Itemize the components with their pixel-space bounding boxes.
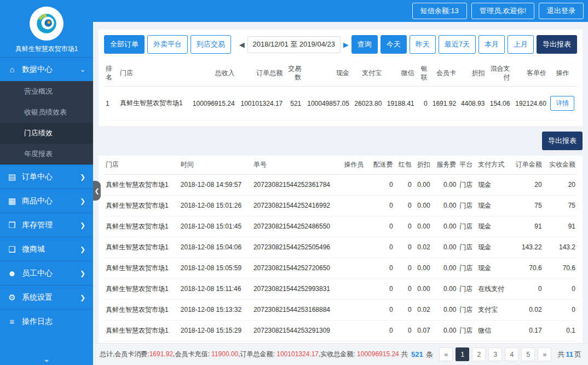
quick-today[interactable]: 今天 [381, 35, 407, 54]
inventory-icon: ❒ [8, 220, 16, 230]
tab-takeout-platform[interactable]: 外卖平台 [147, 35, 188, 54]
detail-cell: 143.2 [544, 237, 577, 258]
quick-last-7-days[interactable]: 最近7天 [439, 35, 476, 54]
summary-col-header: 折扣 [458, 60, 486, 87]
quick-this-month[interactable]: 本月 [479, 35, 505, 54]
detail-cell: 0 [510, 278, 544, 299]
summary-cell: 100101324.17 [237, 87, 285, 121]
detail-cell: 门店 [458, 299, 476, 320]
totals-text: 总计,会员卡消费:1691.92,会员卡充值: 11900.00,订单总金额: … [100, 350, 399, 359]
detail-row: 真鲜生智慧农贸市场12018-12-08 15:01:2620723082154… [104, 195, 577, 216]
detail-cell: 0 [395, 258, 413, 278]
detail-col-header: 配送费 [368, 156, 395, 174]
detail-button[interactable]: 详情 [550, 96, 574, 111]
export-report-button-top[interactable]: 导出报表 [537, 35, 577, 54]
summary-cell: 100096915.24 [188, 87, 237, 121]
detail-row: 真鲜生智慧农贸市场12018-12-08 15:04:0620723082154… [104, 237, 577, 258]
prev-page-button[interactable]: « [439, 347, 453, 361]
sidebar-item-data-center[interactable]: ⌂数据中心⌄ [0, 57, 93, 81]
sidebar-item-order-center[interactable]: ▤订单中心❯ [0, 164, 93, 189]
next-date-arrow-icon[interactable]: ▶ [343, 41, 349, 49]
detail-cell: 207230821544253291309 [252, 320, 343, 341]
export-report-button-bottom[interactable]: 导出报表 [542, 132, 583, 150]
detail-cell: 0.00 [432, 278, 458, 299]
page-button-1[interactable]: 1 [456, 347, 469, 361]
summary-header-row: 排名门店总收入订单总额交易数现金支付宝微信银联会员卡折扣混合支付客单价操作 [104, 60, 577, 87]
chevron-right-icon: ❯ [80, 197, 85, 205]
detail-cell: 现金 [476, 237, 510, 258]
detail-col-header: 平台 [458, 156, 476, 174]
detail-col-header: 时间 [179, 156, 252, 174]
staff-icon: ☻ [8, 269, 16, 278]
sidebar-item-micro-mall[interactable]: ❑微商城❯ [0, 237, 93, 261]
prev-date-arrow-icon[interactable]: ◀ [239, 41, 245, 49]
settings-icon: ⚙ [8, 293, 16, 303]
page-button-2[interactable]: 2 [472, 347, 486, 361]
sidebar-item-staff-center[interactable]: ☻员工中心❯ [0, 261, 93, 285]
submenu-item-business-overview[interactable]: 营业概况 [0, 81, 93, 102]
detail-row: 真鲜生智慧农贸市场12018-12-08 15:11:4620723082154… [104, 278, 577, 299]
detail-cell: 真鲜生智慧农贸市场1 [104, 258, 179, 278]
detail-cell: 门店 [458, 320, 476, 341]
total-suffix: 条 [424, 350, 434, 358]
summary-table-body: 1真鲜生智慧农贸市场1100096915.24100101324.1752110… [104, 87, 577, 121]
sidebar-item-label: 操作日志 [22, 317, 53, 327]
next-page-button[interactable]: » [538, 347, 551, 361]
detail-cell: 真鲜生智慧农贸市场1 [104, 299, 179, 320]
total-label: ,订单总金额: [238, 350, 276, 358]
tab-all-orders[interactable]: 全部订单 [104, 35, 145, 54]
pagination-total: 共 521 条 [401, 350, 433, 360]
sidebar-item-product-center[interactable]: ▦商品中心❯ [0, 189, 93, 213]
detail-cell: 0.02 [510, 299, 544, 320]
summary-cell: 19188.41 [383, 87, 416, 121]
submenu-item-store-performance[interactable]: 门店绩效 [0, 123, 93, 144]
detail-cell [343, 299, 369, 320]
page-button-4[interactable]: 4 [505, 347, 518, 361]
welcome-text: 管理员,欢迎你! [471, 3, 534, 19]
chevron-down-icon: ⌄ [80, 66, 85, 73]
summary-col-header: 客单价 [511, 60, 547, 87]
detail-cell: 0.00 [432, 195, 458, 216]
detail-cell: 门店 [458, 195, 476, 216]
detail-cell: 现金 [476, 258, 510, 278]
submenu-item-annual-report[interactable]: 年度报表 [0, 144, 93, 164]
sidebar-item-operation-log[interactable]: ≡操作日志 [0, 309, 93, 333]
quick-yesterday[interactable]: 昨天 [410, 35, 436, 54]
query-button[interactable]: 查询 [351, 35, 378, 54]
detail-col-header: 实收金额 [544, 156, 577, 174]
sidebar-item-inventory-management[interactable]: ❒库存管理❯ [0, 213, 93, 237]
detail-cell: 门店 [458, 237, 476, 258]
summary-col-header: 订单总额 [237, 60, 285, 87]
sidebar-scroll-chevron-down-icon[interactable]: ⌄ [0, 354, 93, 365]
detail-cell: 0 [368, 195, 395, 216]
detail-row: 真鲜生智慧农贸市场12018-12-08 15:05:5920723082154… [104, 258, 577, 278]
detail-cell: 2018-12-08 15:11:46 [179, 278, 252, 299]
page-button-3[interactable]: 3 [488, 347, 502, 361]
sidebar-item-label: 系统设置 [22, 293, 53, 303]
detail-cell: 70.6 [510, 258, 544, 278]
page-count-suffix: 页 [574, 350, 581, 358]
page-count: 11 [566, 350, 573, 358]
quick-last-month[interactable]: 上月 [508, 35, 534, 54]
detail-row: 真鲜生智慧农贸市场12018-12-08 15:15:2920723082154… [104, 320, 577, 341]
detail-col-header: 门店 [104, 156, 179, 174]
sidebar-item-system-settings[interactable]: ⚙系统设置❯ [0, 285, 93, 309]
total-label: ,实收总金额: [319, 350, 357, 358]
logout-button[interactable]: 退出登录 [539, 3, 584, 19]
page-button-5[interactable]: 5 [521, 347, 535, 361]
detail-cell: 2018-12-08 15:13:32 [179, 299, 252, 320]
sidebar-collapse-handle[interactable]: ❮ [93, 181, 101, 201]
detail-col-header: 折扣 [413, 156, 432, 174]
summary-col-header: 支付宝 [351, 60, 383, 87]
detail-cell: 0 [368, 278, 395, 299]
summary-col-header: 会员卡 [429, 60, 458, 87]
detail-cell: 真鲜生智慧农贸市场1 [104, 320, 179, 341]
total-number: 100101324.17 [276, 350, 319, 358]
submenu-item-cashier-performance[interactable]: 收银员绩效表 [0, 102, 93, 123]
tab-in-store-trade[interactable]: 到店交易 [191, 35, 231, 54]
summary-col-header: 交易数 [284, 60, 303, 87]
summary-cell: 26023.80 [351, 87, 383, 121]
date-range-input[interactable] [247, 36, 341, 53]
sidebar-item-label: 库存管理 [22, 220, 53, 230]
detail-cell: 207230821544252993831 [252, 278, 343, 299]
